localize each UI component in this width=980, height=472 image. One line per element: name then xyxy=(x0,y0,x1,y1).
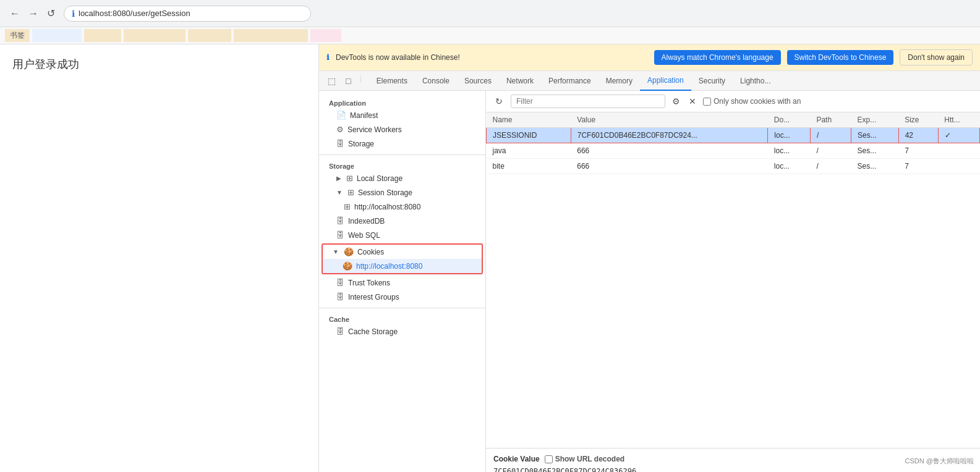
cookie-row-java[interactable]: java 666 loc... / Ses... 7 xyxy=(487,143,980,159)
tab-elements[interactable]: Elements xyxy=(369,72,415,90)
bookmark-6[interactable] xyxy=(234,29,308,42)
device-icon-button[interactable]: □ xyxy=(342,74,354,88)
web-sql-icon: 🗄 xyxy=(336,230,344,240)
sidebar-item-indexeddb-label: IndexedDB xyxy=(348,217,385,225)
cookies-icon: 🍪 xyxy=(344,247,354,256)
cookie-path-bite: / xyxy=(810,159,851,174)
sidebar-item-cookies-localhost-label: http://localhost:8080 xyxy=(356,262,422,271)
sidebar-item-local-storage-label: Local Storage xyxy=(357,174,403,183)
cookies-highlight-box: ▼ 🍪 Cookies 🍪 http://localhost:8080 xyxy=(322,243,483,274)
tab-application[interactable]: Application xyxy=(640,71,691,91)
bookmarks-bar: 书签 xyxy=(0,27,980,44)
cookie-name-bite: bite xyxy=(487,159,571,174)
devtools-toolbar: ↻ ⚙ ✕ Only show cookies with an xyxy=(486,91,980,112)
session-localhost-icon: ⊞ xyxy=(344,202,351,211)
cookie-path-jsessionid: / xyxy=(810,128,851,143)
col-httponly: Htt... xyxy=(938,112,979,128)
cookie-expires-java: Ses... xyxy=(851,143,899,159)
inspect-icon-button[interactable]: ⬚ xyxy=(324,74,339,88)
info-icon: ℹ xyxy=(326,53,330,62)
forward-button[interactable]: → xyxy=(26,6,41,22)
devtools-sidebar: Application 📄 Manifest ⚙ Service Workers… xyxy=(319,91,486,472)
manifest-icon: 📄 xyxy=(336,111,346,120)
bookmark-1[interactable]: 书签 xyxy=(5,29,30,42)
cookie-httponly-bite xyxy=(938,159,979,174)
bookmark-4[interactable] xyxy=(124,29,185,42)
sidebar-item-session-storage-label: Session Storage xyxy=(358,188,412,197)
bookmark-5[interactable] xyxy=(188,29,231,42)
sidebar-section-application: Application xyxy=(319,96,485,108)
sidebar-item-trust-tokens[interactable]: 🗄 Trust Tokens xyxy=(319,276,485,290)
only-show-label: Only show cookies with an xyxy=(714,97,801,106)
sidebar-item-cache-storage-label: Cache Storage xyxy=(348,327,398,336)
trust-tokens-icon: 🗄 xyxy=(336,278,344,287)
cookie-row-jsessionid[interactable]: JSESSIONID 7CF601CD0B46E2BC0F87DC924... … xyxy=(487,128,980,143)
cookie-httponly-java xyxy=(938,143,979,159)
bookmark-2[interactable] xyxy=(32,29,82,42)
show-url-decoded-checkbox[interactable] xyxy=(545,455,553,463)
filter-input[interactable] xyxy=(511,95,665,108)
notification-text: DevTools is now available in Chinese! xyxy=(336,53,648,62)
sidebar-item-interest-groups[interactable]: 🗄 Interest Groups xyxy=(319,290,485,304)
sidebar-section-storage: Storage xyxy=(319,159,485,171)
tab-console[interactable]: Console xyxy=(415,72,457,90)
cookie-value-header: Cookie Value Show URL decoded xyxy=(493,455,973,463)
cookie-domain-bite: loc... xyxy=(768,159,811,174)
sidebar-item-service-workers[interactable]: ⚙ Service Workers xyxy=(319,122,485,137)
address-bar[interactable]: ℹ localhost:8080/user/getSession xyxy=(64,6,311,22)
tab-sources[interactable]: Sources xyxy=(457,72,499,90)
clear-cookies-button[interactable]: ✕ xyxy=(687,95,698,108)
cookie-value-java: 666 xyxy=(571,143,768,159)
sidebar-item-manifest-label: Manifest xyxy=(350,111,378,120)
cookie-domain-java: loc... xyxy=(768,143,811,159)
sidebar-item-web-sql[interactable]: 🗄 Web SQL xyxy=(319,228,485,242)
refresh-button[interactable]: ↺ xyxy=(45,5,58,22)
tab-performance[interactable]: Performance xyxy=(541,72,599,90)
cache-storage-icon: 🗄 xyxy=(336,327,344,336)
interest-groups-icon: 🗄 xyxy=(336,292,344,301)
always-match-button[interactable]: Always match Chrome's language xyxy=(654,50,781,65)
sidebar-item-interest-groups-label: Interest Groups xyxy=(348,293,399,301)
dismiss-notification-button[interactable]: Don't show again xyxy=(900,49,973,65)
divider-2 xyxy=(319,308,485,308)
sidebar-item-cookies-localhost[interactable]: 🍪 http://localhost:8080 xyxy=(323,259,482,273)
back-button[interactable]: ← xyxy=(7,6,22,22)
cookies-data-table: Name Value Do... Path Exp... Size Htt... xyxy=(486,112,980,174)
tab-security[interactable]: Security xyxy=(691,72,733,90)
sidebar-item-cookies-label: Cookies xyxy=(357,248,384,256)
only-show-checkbox[interactable] xyxy=(703,98,711,106)
refresh-cookies-button[interactable]: ↻ xyxy=(492,95,506,108)
sidebar-item-indexeddb[interactable]: 🗄 IndexedDB xyxy=(319,214,485,228)
sidebar-item-local-storage[interactable]: ▶ ⊞ Local Storage xyxy=(319,171,485,185)
main-content: 用户登录成功 ℹ DevTools is now available in Ch… xyxy=(0,44,980,472)
cookie-value-title: Cookie Value xyxy=(493,455,540,463)
sidebar-item-cookies[interactable]: ▼ 🍪 Cookies xyxy=(323,245,482,259)
switch-to-chinese-button[interactable]: Switch DevTools to Chinese xyxy=(787,50,894,65)
tab-network[interactable]: Network xyxy=(499,72,541,90)
bookmark-3[interactable] xyxy=(84,29,121,42)
cookie-httponly-jsessionid: ✓ xyxy=(938,128,979,143)
col-expires: Exp... xyxy=(851,112,899,128)
indexeddb-icon: 🗄 xyxy=(336,216,344,225)
bookmark-7[interactable] xyxy=(310,29,341,42)
sidebar-item-storage-label: Storage xyxy=(348,140,374,148)
cookie-size-jsessionid: 42 xyxy=(898,128,938,143)
tab-lighthouse[interactable]: Lightho... xyxy=(733,72,778,90)
cookie-expires-bite: Ses... xyxy=(851,159,899,174)
cookie-value-bite: 666 xyxy=(571,159,768,174)
settings-cookies-button[interactable]: ⚙ xyxy=(670,95,682,108)
col-value: Value xyxy=(571,112,768,128)
cookie-path-java: / xyxy=(810,143,851,159)
sidebar-item-web-sql-label: Web SQL xyxy=(348,231,380,240)
watermark: CSDN @鲁大师啦啦啦 xyxy=(905,457,974,466)
sidebar-item-manifest[interactable]: 📄 Manifest xyxy=(319,108,485,122)
sidebar-item-session-storage-localhost[interactable]: ⊞ http://localhost:8080 xyxy=(319,200,485,214)
devtools-tabs: ⬚ □ | Elements Console Sources Network P… xyxy=(319,71,980,91)
col-path: Path xyxy=(810,112,851,128)
tab-memory[interactable]: Memory xyxy=(599,72,640,90)
sidebar-item-session-storage[interactable]: ▼ ⊞ Session Storage xyxy=(319,185,485,200)
cookie-row-bite[interactable]: bite 666 loc... / Ses... 7 xyxy=(487,159,980,174)
sidebar-item-cache-storage[interactable]: 🗄 Cache Storage xyxy=(319,324,485,339)
browser-chrome: ← → ↺ ℹ localhost:8080/user/getSession xyxy=(0,0,980,27)
sidebar-item-storage[interactable]: 🗄 Storage xyxy=(319,137,485,151)
